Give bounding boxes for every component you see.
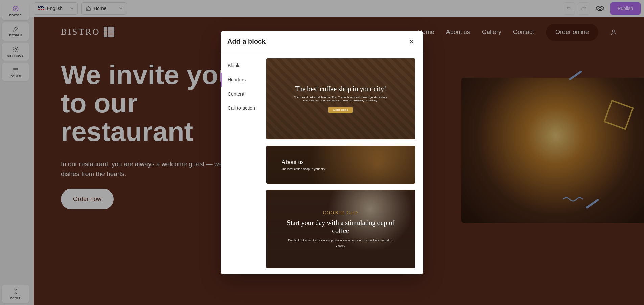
preview-title: About us xyxy=(281,159,415,166)
preview-subtitle: Excellent coffee and the best accompanim… xyxy=(288,239,393,242)
category-label: Headers xyxy=(228,77,246,82)
preview-subtitle: Visit us and order a delicious coffee. T… xyxy=(293,96,388,103)
block-preview-list[interactable]: The best coffee shop in your city! Visit… xyxy=(261,52,423,274)
modal-body: Blank Headers Content Call to action The… xyxy=(221,52,423,274)
category-headers[interactable]: Headers xyxy=(221,73,261,87)
category-label: Call to action xyxy=(228,105,255,111)
preview-brand: COOKIE Café xyxy=(323,210,359,216)
close-icon xyxy=(409,39,414,44)
preview-subtitle: The best coffee shop in your city. xyxy=(281,167,415,171)
modal-title: Add a block xyxy=(227,37,266,45)
category-content[interactable]: Content xyxy=(221,87,261,101)
preview-title: The best coffee shop in your city! xyxy=(295,85,386,93)
preview-title: Start your day with a stimulating cup of… xyxy=(283,219,398,235)
modal-close-button[interactable] xyxy=(407,36,417,47)
category-label: Content xyxy=(228,91,244,97)
category-label: Blank xyxy=(228,63,239,68)
block-preview-about-us[interactable]: About us The best coffee shop in your ci… xyxy=(266,146,415,184)
preview-button-label: Order online xyxy=(328,107,353,113)
category-blank[interactable]: Blank xyxy=(221,58,261,73)
block-preview-coffee-shop[interactable]: The best coffee shop in your city! Visit… xyxy=(266,58,415,139)
block-preview-cookie-cafe[interactable]: COOKIE Café Start your day with a stimul… xyxy=(266,190,415,268)
modal-category-list: Blank Headers Content Call to action xyxy=(221,52,261,274)
preview-year: • 2022 • xyxy=(336,245,345,248)
modal-header: Add a block xyxy=(221,31,423,52)
add-block-modal: Add a block Blank Headers Content Call t… xyxy=(221,31,423,274)
category-call-to-action[interactable]: Call to action xyxy=(221,101,261,115)
